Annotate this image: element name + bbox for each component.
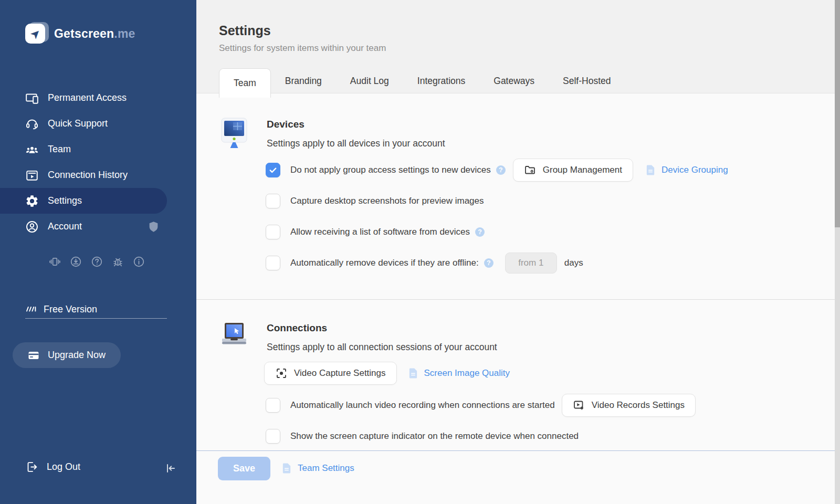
screen-image-quality-link[interactable]: Screen Image Quality xyxy=(408,367,510,380)
connections-section-icon xyxy=(219,320,249,346)
setting-row: Show the screen capture indicator on the… xyxy=(266,425,579,448)
setting-row: Automatically remove devices if they are… xyxy=(266,251,583,275)
tab-team[interactable]: Team xyxy=(219,68,271,98)
connections-section-subtitle: Settings apply to all connection session… xyxy=(267,342,497,353)
team-settings-link[interactable]: Team Settings xyxy=(281,462,354,475)
sidebar-item-label: Settings xyxy=(48,195,82,206)
settings-tabs: Team Branding Audit Log Integrations Gat… xyxy=(219,68,625,98)
connections-section-title: Connections xyxy=(267,322,327,334)
account-person-icon xyxy=(25,220,39,234)
tab-gateways[interactable]: Gateways xyxy=(479,68,549,93)
save-bar: Save Team Settings xyxy=(196,450,840,504)
link-label: Team Settings xyxy=(298,463,354,474)
save-button[interactable]: Save xyxy=(218,457,270,480)
devices-section-title: Devices xyxy=(267,119,304,130)
scrollbar-thumb[interactable] xyxy=(835,0,840,227)
download-icon[interactable] xyxy=(70,256,82,268)
upgrade-label: Upgrade Now xyxy=(48,350,106,361)
checkbox-software-list[interactable] xyxy=(266,225,280,239)
video-capture-settings-button[interactable]: Video Capture Settings xyxy=(264,362,397,385)
sidebar-item-settings[interactable]: Settings xyxy=(0,188,167,214)
tab-audit-log[interactable]: Audit Log xyxy=(336,68,403,93)
setting-label: Allow receiving a list of software from … xyxy=(290,227,470,237)
setting-row: Allow receiving a list of software from … xyxy=(266,220,485,244)
upgrade-now-button[interactable]: Upgrade Now xyxy=(13,342,121,368)
plan-label: Free Version xyxy=(44,304,97,315)
setting-label: Automatically launch video recording whe… xyxy=(290,400,555,411)
section-divider xyxy=(196,299,835,300)
sidebar-item-label: Permanent Access xyxy=(48,92,127,103)
checkbox-auto-remove-devices[interactable] xyxy=(266,256,280,270)
group-management-button[interactable]: Group Management xyxy=(513,159,633,182)
brand-logo-icon: ➤ xyxy=(25,23,46,44)
bug-icon[interactable] xyxy=(112,256,124,268)
offline-days-input[interactable] xyxy=(505,253,557,274)
sidebar-item-account[interactable]: Account xyxy=(0,214,196,239)
devices-monitor-phone-icon xyxy=(25,91,39,105)
document-icon xyxy=(281,462,292,475)
collapse-sidebar-icon[interactable] xyxy=(164,461,177,475)
help-tooltip-icon[interactable]: ? xyxy=(484,258,494,268)
team-people-icon xyxy=(25,143,39,156)
sidebar-item-label: Quick Support xyxy=(48,118,108,129)
checkbox-capture-screenshots[interactable] xyxy=(266,194,280,208)
page-header: Settings Settings for system items withi… xyxy=(196,0,840,93)
sidebar: ➤ Getscreen.me Permanent Access xyxy=(0,0,196,504)
link-label: Device Grouping xyxy=(662,165,728,175)
gear-icon xyxy=(25,194,39,208)
video-gear-icon xyxy=(573,399,585,412)
video-records-settings-button[interactable]: Video Records Settings xyxy=(562,394,696,417)
tab-self-hosted[interactable]: Self-Hosted xyxy=(549,68,625,93)
setting-label: Automatically remove devices if they are… xyxy=(290,258,479,268)
devices-icon[interactable] xyxy=(49,256,61,268)
connections-actions-row: Video Capture Settings Screen Image Qual… xyxy=(264,362,510,385)
sidebar-item-label: Account xyxy=(48,221,82,232)
sidebar-item-quick-support[interactable]: Quick Support xyxy=(0,111,196,136)
tab-integrations[interactable]: Integrations xyxy=(403,68,479,93)
info-icon[interactable] xyxy=(133,256,145,268)
page-subtitle: Settings for system items within your te… xyxy=(219,43,386,54)
setting-label: Do not apply group access settings to ne… xyxy=(290,165,491,175)
setting-row: Do not apply group access settings to ne… xyxy=(266,159,728,182)
setting-label: Show the screen capture indicator on the… xyxy=(290,431,579,442)
credit-card-icon xyxy=(27,349,40,362)
link-label: Screen Image Quality xyxy=(424,368,510,379)
days-unit-label: days xyxy=(564,258,583,268)
logout-label: Log Out xyxy=(47,461,80,472)
sidebar-item-label: Connection History xyxy=(48,170,128,181)
checkbox-screen-capture-indicator[interactable] xyxy=(266,429,280,444)
settings-content: Devices Settings apply to all devices in… xyxy=(196,93,835,504)
button-label: Video Records Settings xyxy=(592,400,685,411)
setting-row: Automatically launch video recording whe… xyxy=(266,394,696,417)
scrollbar-track[interactable] xyxy=(835,0,840,504)
shield-icon xyxy=(148,220,160,233)
sidebar-utility-icons xyxy=(49,256,145,268)
checkbox-group-access[interactable] xyxy=(266,163,280,177)
logout-button[interactable]: Log Out xyxy=(25,460,80,474)
brand-logo[interactable]: ➤ Getscreen.me xyxy=(25,23,135,44)
devices-section-icon xyxy=(219,117,249,148)
help-icon[interactable] xyxy=(91,256,103,268)
setting-row: Capture desktop screenshots for preview … xyxy=(266,190,484,213)
document-icon xyxy=(645,164,656,176)
check-icon xyxy=(268,165,278,175)
headset-icon xyxy=(25,117,39,131)
button-label: Group Management xyxy=(543,165,622,175)
checkbox-auto-video-recording[interactable] xyxy=(266,398,280,413)
help-tooltip-icon[interactable]: ? xyxy=(496,165,506,175)
history-box-play-icon xyxy=(25,169,39,182)
tab-branding[interactable]: Branding xyxy=(271,68,336,93)
folder-gear-icon xyxy=(524,164,537,176)
setting-label: Capture desktop screenshots for preview … xyxy=(290,196,484,206)
sidebar-nav: Permanent Access Quick Support xyxy=(0,85,196,239)
divider xyxy=(25,318,167,319)
sidebar-item-team[interactable]: Team xyxy=(0,136,196,162)
plan-status: Free Version xyxy=(25,303,97,316)
device-grouping-link[interactable]: Device Grouping xyxy=(645,164,728,176)
devices-section-subtitle: Settings apply to all devices in your ac… xyxy=(267,138,445,149)
help-tooltip-icon[interactable]: ? xyxy=(475,227,485,237)
meter-icon xyxy=(25,303,38,316)
sidebar-item-connection-history[interactable]: Connection History xyxy=(0,162,196,188)
sidebar-item-label: Team xyxy=(48,144,71,155)
sidebar-item-permanent-access[interactable]: Permanent Access xyxy=(0,85,196,111)
